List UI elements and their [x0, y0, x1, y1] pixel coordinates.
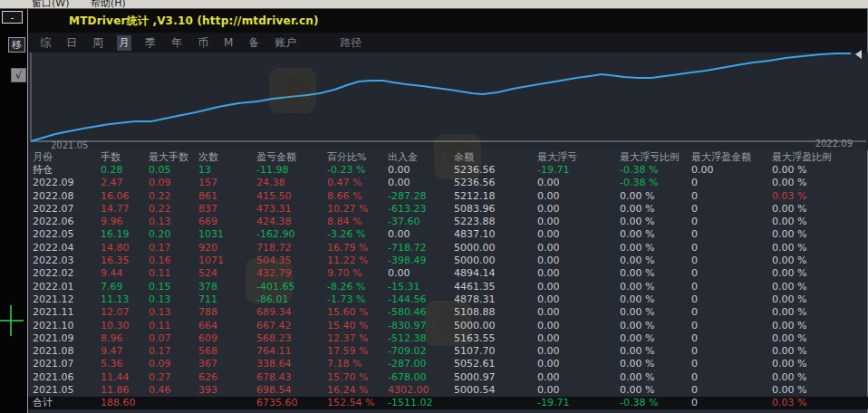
table-row[interactable]: 2022.0516.190.201031-162.90-3.26 %0.0048… — [28, 228, 868, 241]
table-cell: 0.00 — [537, 320, 620, 331]
table-cell: 0.27 — [149, 371, 198, 383]
table-row[interactable]: 2021.089.470.17568764.1117.59 %-709.0251… — [28, 344, 868, 357]
table-row[interactable]: 2021.1010.300.11664667.4215.40 %-830.975… — [28, 319, 868, 331]
table-cell: 698.54 — [256, 384, 327, 396]
table-cell: 14.77 — [101, 203, 149, 215]
table-cell: 合计 — [33, 396, 101, 409]
check-tool-button[interactable]: √ — [11, 68, 26, 82]
title-bar: MTDriver统计 ,V3.10 (http://mtdriver.cn) — [28, 9, 867, 33]
tab-账户[interactable]: 账户 — [273, 35, 298, 51]
tab-年[interactable]: 年 — [169, 35, 184, 51]
table-row[interactable]: 2022.0414.800.17920718.7216.79 %-718.725… — [28, 241, 868, 254]
table-row[interactable]: 2021.0511.860.46393698.5416.24 %4302.005… — [28, 383, 868, 396]
tab-周[interactable]: 周 — [91, 35, 105, 51]
table-cell: 2022.02 — [33, 267, 101, 279]
table-row[interactable]: 2022.0714.770.22837473.3110.27 %-613.235… — [28, 202, 868, 215]
table-cell: 0.00 % — [620, 216, 691, 227]
minimize-button[interactable]: - — [2, 11, 23, 24]
table-cell: 837 — [198, 203, 256, 215]
table-row[interactable]: 2021.0611.440.27626678.4315.70 %-678.005… — [28, 370, 868, 383]
table-row[interactable]: 2021.098.960.07609568.2312.37 %-512.3851… — [28, 331, 868, 344]
table-cell: 157 — [198, 177, 256, 188]
tab-季[interactable]: 季 — [143, 35, 158, 51]
table-row[interactable]: 2021.1112.070.13788689.3415.60 %-580.465… — [28, 306, 868, 319]
table-cell: 2022.09 — [33, 177, 101, 188]
table-total-row[interactable]: 合计188.606735.60152.54 %-1511.02-19.71-0.… — [28, 397, 868, 409]
menu-help[interactable]: 帮助(H) — [91, 0, 126, 9]
table-cell: 0.00 % — [620, 293, 691, 305]
table-cell: -678.00 — [388, 371, 454, 383]
table-cell: 0.00 — [537, 332, 620, 344]
table-cell: 0.00 % — [620, 320, 691, 331]
tab-综[interactable]: 综 — [38, 35, 53, 51]
table-row[interactable]: 持仓0.280.0513-11.98-0.23 %0.005236.56-19.… — [28, 163, 868, 176]
table-cell: -0.38 % — [620, 164, 691, 176]
table-cell: -144.56 — [388, 293, 454, 305]
tab-备[interactable]: 备 — [246, 35, 261, 51]
table-row[interactable]: 2022.017.690.15378-401.65-8.26 %-15.3144… — [28, 280, 868, 293]
table-cell: 0.00 % — [772, 281, 868, 293]
table-cell: 5163.55 — [454, 332, 537, 344]
table-row[interactable]: 2022.0816.060.22861415.508.66 %-287.2852… — [28, 189, 868, 202]
table-cell: 4461.35 — [454, 281, 537, 293]
balance-line — [31, 53, 851, 141]
table-cell: 0.00 % — [620, 384, 691, 396]
table-row[interactable]: 2022.092.470.0915724.380.47 %0.005236.56… — [28, 177, 868, 189]
table-cell: 0.03 % — [772, 190, 868, 202]
table-cell: 13 — [198, 164, 256, 176]
table-cell: 0.00 — [388, 177, 454, 188]
table-cell: 0 — [691, 358, 772, 370]
menu-window[interactable]: 窗口(W) — [32, 0, 69, 9]
table-cell: -19.71 — [537, 397, 620, 408]
table-cell: -15.31 — [388, 281, 454, 293]
table-cell: 861 — [198, 190, 256, 202]
line-end-arrow-icon — [855, 50, 862, 59]
tab-M[interactable]: M — [222, 35, 235, 51]
table-cell: 669 — [198, 216, 256, 227]
table-row[interactable]: 2022.029.440.11524432.799.70 %0.004894.1… — [28, 267, 868, 280]
table-cell: 15.60 % — [327, 306, 388, 318]
table-cell: 2021.08 — [33, 345, 101, 357]
tab-币[interactable]: 币 — [196, 35, 210, 51]
table-cell: 16.24 % — [327, 384, 388, 396]
equity-curve-svg — [28, 53, 868, 150]
table-cell: 678.43 — [256, 371, 327, 383]
table-cell: 5107.70 — [454, 345, 537, 357]
table-cell: 0 — [691, 371, 772, 383]
table-cell: 0.00 % — [772, 164, 868, 176]
table-cell: 5083.96 — [454, 203, 537, 215]
tab-月[interactable]: 月 — [117, 35, 131, 51]
move-tool-button[interactable]: 移 — [8, 37, 25, 53]
table-cell: 15.40 % — [327, 320, 388, 331]
table-cell: 0 — [691, 332, 772, 344]
table-cell: 1071 — [198, 255, 256, 266]
table-cell: 664 — [198, 320, 256, 331]
table-cell: 0.28 — [101, 164, 149, 176]
table-cell: -709.02 — [388, 345, 454, 357]
table-cell: 711 — [198, 293, 256, 305]
table-row[interactable]: 2021.075.360.09367338.647.18 %-287.00505… — [28, 358, 868, 370]
table-cell: 11.22 % — [327, 255, 388, 266]
table-cell: 0.00 — [537, 345, 620, 357]
table-row[interactable]: 2022.069.960.13669424.388.84 %-37.605223… — [28, 215, 868, 227]
tab-日[interactable]: 日 — [64, 35, 79, 51]
table-cell: 2022.03 — [33, 255, 101, 266]
table-cell: 16.06 — [101, 190, 149, 202]
table-cell: 626 — [198, 371, 256, 383]
table-cell: 5000.00 — [454, 320, 537, 331]
table-cell: 0.09 — [149, 358, 198, 370]
table-cell: 424.38 — [256, 216, 327, 227]
table-cell: 0.00 % — [772, 306, 868, 318]
table-row[interactable]: 2022.0316.350.161071504.3511.22 %-398.49… — [28, 254, 868, 266]
path-button[interactable]: 路径 — [340, 35, 362, 51]
table-cell: 0.00 % — [772, 177, 868, 188]
table-cell: 0.00 % — [620, 281, 691, 293]
table-cell: 9.47 — [101, 345, 149, 357]
table-cell: 0.03 % — [772, 397, 868, 408]
table-row[interactable]: 2021.1211.130.13711-86.01-1.73 %-144.564… — [28, 293, 868, 305]
table-cell: 0 — [691, 267, 772, 279]
table-cell: 473.31 — [256, 203, 327, 215]
table-cell: 5000.00 — [454, 255, 537, 266]
column-header: 最大手数 — [149, 150, 198, 164]
table-cell: 2022.06 — [33, 216, 101, 227]
